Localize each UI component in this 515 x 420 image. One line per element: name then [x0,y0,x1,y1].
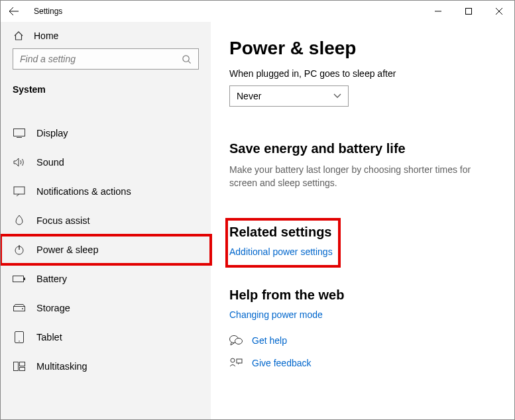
help-from-web-heading: Help from the web [229,288,496,303]
svg-rect-5 [13,276,24,282]
sleep-label: When plugged in, PC goes to sleep after [229,68,496,79]
svg-rect-13 [20,368,25,371]
get-help-link: Get help [252,335,287,346]
svg-point-10 [19,341,20,342]
sidebar-item-notifications[interactable]: Notifications & actions [1,177,211,206]
multitasking-icon [13,360,26,373]
get-help-row[interactable]: Get help [229,335,496,346]
sleep-dropdown[interactable]: Never [229,85,349,107]
sidebar-item-label: Focus assist [36,215,90,226]
svg-rect-6 [24,278,25,280]
sidebar-item-battery[interactable]: Battery [1,264,211,293]
sidebar-item-label: Storage [36,303,70,313]
give-feedback-row[interactable]: Give feedback [229,357,496,369]
notifications-icon [13,185,26,198]
sidebar-item-display[interactable]: Display [1,119,211,148]
give-feedback-link: Give feedback [252,358,312,368]
sidebar-item-label: Display [36,128,68,138]
changing-power-mode-link[interactable]: Changing power mode [229,309,496,320]
sidebar-item-multitasking[interactable]: Multitasking [1,352,211,381]
back-button[interactable] [1,1,27,22]
svg-rect-2 [14,129,25,136]
power-icon [13,243,26,256]
sidebar-item-sound[interactable]: Sound [1,148,211,177]
home-label: Home [34,30,58,41]
tablet-icon [13,331,26,344]
svg-point-16 [231,358,235,362]
related-settings-block: Related settings Additional power settin… [229,222,337,264]
sidebar-item-label: Sound [36,157,64,168]
svg-rect-17 [237,359,242,363]
page-title: Power & sleep [229,38,496,59]
search-field[interactable] [20,54,182,64]
sidebar-item-label: Notifications & actions [36,186,131,197]
chevron-down-icon [333,93,341,99]
get-help-icon [229,335,243,346]
sidebar-item-label: Power & sleep [36,244,99,255]
window-title: Settings [34,7,62,16]
home-icon [13,30,25,42]
svg-point-15 [235,338,243,344]
focus-assist-icon [13,214,26,227]
maximize-button[interactable] [453,1,484,22]
sidebar-item-tablet[interactable]: Tablet [1,323,211,352]
battery-icon [13,272,26,286]
window-title-bar: Settings [1,1,514,22]
minimize-button[interactable] [423,1,453,22]
feedback-icon [229,357,243,369]
storage-icon [13,301,26,315]
sidebar-section-label: System [1,78,211,105]
dropdown-value: Never [237,91,261,101]
svg-point-8 [22,308,23,309]
sidebar-item-label: Multitasking [36,361,87,372]
svg-rect-0 [466,9,472,15]
sidebar-item-label: Tablet [36,332,62,342]
search-input[interactable] [13,48,199,70]
svg-point-1 [183,55,189,61]
display-icon [13,127,26,140]
main-content: Power & sleep When plugged in, PC goes t… [211,22,514,419]
sidebar-item-label: Battery [36,274,67,284]
additional-power-settings-link[interactable]: Additional power settings [229,246,333,257]
sidebar-item-power-sleep[interactable]: Power & sleep [1,235,211,264]
related-heading: Related settings [229,225,333,240]
search-icon [182,54,192,64]
home-nav[interactable]: Home [1,22,211,48]
sidebar: Home System Display Sound [1,22,211,419]
svg-rect-3 [14,187,25,194]
close-button[interactable] [484,1,514,22]
svg-rect-12 [20,362,25,366]
sidebar-item-storage[interactable]: Storage [1,293,211,323]
energy-text: Make your battery last longer by choosin… [229,163,496,190]
svg-rect-11 [14,362,19,371]
sound-icon [13,156,26,169]
sidebar-item-focus-assist[interactable]: Focus assist [1,206,211,235]
energy-heading: Save energy and battery life [229,141,496,156]
